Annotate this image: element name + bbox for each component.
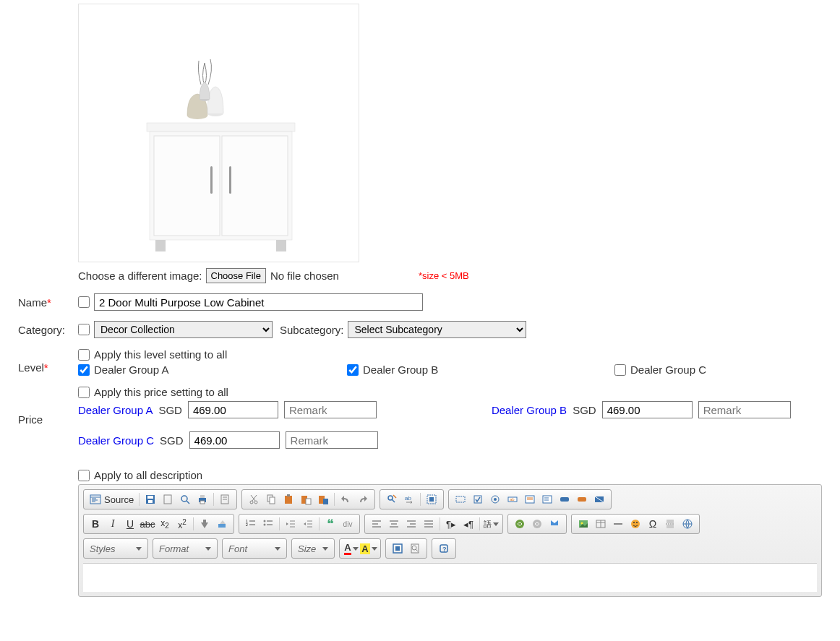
button-icon[interactable] — [556, 491, 573, 507]
remark-b-input[interactable] — [698, 401, 791, 418]
size-select[interactable]: Size — [291, 538, 335, 559]
svg-rect-55 — [543, 496, 552, 503]
level-group-c-checkbox[interactable] — [614, 364, 626, 376]
blockquote-icon[interactable]: ❝ — [322, 516, 339, 532]
subscript-icon[interactable]: x2 — [156, 516, 173, 532]
italic-icon[interactable]: I — [104, 516, 121, 532]
price-group-c-link[interactable]: Dealer Group C — [78, 434, 154, 447]
align-justify-icon[interactable] — [420, 516, 437, 532]
price-group-a-link[interactable]: Dealer Group A — [78, 404, 153, 416]
svg-rect-45 — [429, 497, 434, 502]
rtl-icon[interactable]: ◂¶ — [460, 516, 477, 532]
align-center-icon[interactable] — [385, 516, 403, 532]
level-group-a-checkbox[interactable] — [78, 364, 90, 376]
underline-icon[interactable]: U — [121, 516, 139, 532]
unlink-icon[interactable] — [528, 516, 546, 532]
print-icon[interactable] — [194, 491, 211, 507]
bgcolor-icon[interactable]: A — [360, 541, 377, 556]
maximize-icon[interactable] — [389, 541, 406, 556]
price-a-input[interactable] — [188, 401, 278, 418]
currency-c: SGD — [160, 434, 184, 447]
hidden-icon[interactable] — [591, 491, 608, 507]
selectall-icon[interactable] — [423, 491, 440, 507]
editor-body[interactable] — [83, 563, 817, 592]
remark-c-input[interactable] — [286, 431, 378, 449]
level-apply-all-checkbox[interactable] — [78, 349, 90, 361]
textarea-icon[interactable] — [521, 491, 539, 507]
replace-icon[interactable]: ab — [400, 491, 418, 507]
undo-icon[interactable] — [337, 491, 354, 507]
font-select[interactable]: Font — [222, 538, 287, 559]
name-input[interactable] — [94, 293, 423, 311]
textcolor-icon[interactable]: A — [343, 541, 360, 556]
ltr-icon[interactable]: ¶▸ — [442, 516, 460, 532]
svg-rect-34 — [285, 496, 292, 504]
copyformat-icon[interactable] — [196, 516, 213, 532]
table-icon[interactable] — [592, 516, 609, 532]
smiley-icon[interactable] — [627, 516, 644, 532]
choose-file-button[interactable]: Choose File — [206, 268, 266, 283]
hr-icon[interactable] — [609, 516, 627, 532]
level-group-b-checkbox[interactable] — [347, 364, 359, 376]
language-icon[interactable]: 語 — [482, 516, 500, 532]
align-right-icon[interactable] — [403, 516, 420, 532]
checkbox-icon[interactable] — [469, 491, 487, 507]
remark-a-input[interactable] — [284, 401, 377, 418]
preview-icon[interactable] — [176, 491, 194, 507]
templates-icon[interactable] — [216, 491, 233, 507]
specialchar-icon[interactable]: Ω — [644, 516, 661, 532]
cut-icon[interactable] — [245, 491, 262, 507]
category-select[interactable]: Decor Collection — [94, 321, 273, 338]
copy-icon[interactable] — [262, 491, 280, 507]
price-group-b-link[interactable]: Dealer Group B — [492, 404, 567, 416]
numlist-icon[interactable]: 12 — [242, 516, 260, 532]
source-button[interactable] — [87, 491, 104, 507]
bold-icon[interactable]: B — [87, 516, 104, 532]
subcategory-label: Subcategory: — [280, 324, 343, 336]
save-icon[interactable] — [142, 491, 159, 507]
format-select[interactable]: Format — [153, 538, 218, 559]
cabinet-illustration — [118, 59, 320, 262]
svg-rect-106 — [395, 546, 400, 551]
div-icon[interactable]: div — [339, 516, 356, 532]
price-b-input[interactable] — [602, 401, 693, 418]
superscript-icon[interactable]: x2 — [173, 516, 191, 532]
price-apply-all-label: Apply this price setting to all — [94, 386, 228, 398]
redo-icon[interactable] — [354, 491, 372, 507]
name-apply-checkbox[interactable] — [78, 296, 90, 308]
paste-text-icon[interactable] — [297, 491, 314, 507]
anchor-icon[interactable] — [546, 516, 563, 532]
iframe-icon[interactable] — [679, 516, 696, 532]
showblocks-icon[interactable] — [406, 541, 424, 556]
indent-icon[interactable] — [299, 516, 317, 532]
paste-word-icon[interactable] — [314, 491, 332, 507]
select-icon[interactable] — [539, 491, 556, 507]
styles-select[interactable]: Styles — [83, 538, 148, 559]
align-left-icon[interactable] — [368, 516, 385, 532]
strike-icon[interactable]: abc — [139, 516, 156, 532]
about-icon[interactable]: ? — [435, 541, 453, 556]
outdent-icon[interactable] — [282, 516, 299, 532]
pagebreak-icon[interactable] — [661, 516, 679, 532]
link-icon[interactable] — [511, 516, 528, 532]
subcategory-select[interactable]: Select Subcategory — [348, 321, 526, 338]
radio-icon[interactable] — [487, 491, 504, 507]
image-icon[interactable] — [575, 516, 592, 532]
category-apply-checkbox[interactable] — [78, 324, 90, 335]
newpage-icon[interactable] — [159, 491, 176, 507]
textfield-icon[interactable]: ab — [504, 491, 521, 507]
svg-rect-100 — [667, 520, 674, 523]
price-apply-all-checkbox[interactable] — [78, 387, 90, 398]
imagebutton-icon[interactable] — [573, 491, 591, 507]
svg-rect-35 — [287, 494, 290, 496]
desc-apply-all-checkbox[interactable] — [78, 470, 90, 481]
price-c-input[interactable] — [189, 431, 280, 449]
removeformat-icon[interactable] — [213, 516, 231, 532]
svg-rect-6 — [222, 136, 288, 236]
bulllist-icon[interactable] — [260, 516, 277, 532]
form-icon[interactable] — [452, 491, 469, 507]
svg-rect-101 — [667, 525, 674, 528]
paste-icon[interactable] — [280, 491, 297, 507]
svg-rect-11 — [90, 495, 100, 504]
find-icon[interactable] — [383, 491, 400, 507]
